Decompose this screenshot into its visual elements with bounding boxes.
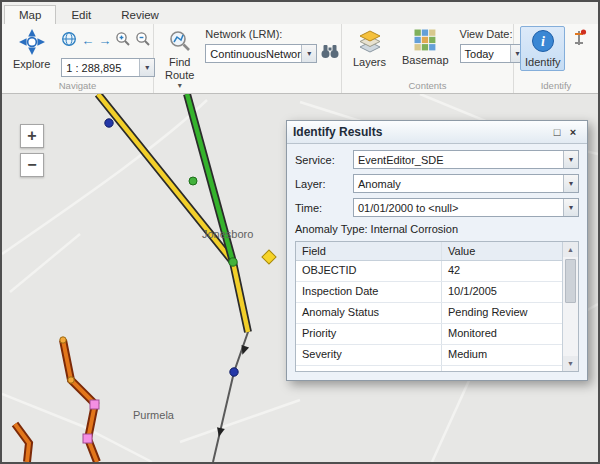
zoom-in-icon[interactable] [115, 31, 131, 51]
network-value: ContinuousNetwork [206, 48, 301, 60]
scale-combobox[interactable]: 1 : 288,895 ▾ [61, 58, 155, 77]
chevron-down-icon[interactable]: ▾ [563, 175, 578, 192]
group-label-contents: Contents [348, 79, 507, 93]
table-header-row: Field Value [296, 242, 562, 261]
service-label: Service: [295, 154, 353, 166]
network-lrm-label: Network (LRM): [205, 28, 339, 40]
table-row[interactable]: Severity Medium [296, 345, 562, 366]
identify-button[interactable]: i Identify [520, 26, 565, 71]
group-label-navigate: Navigate [8, 79, 147, 93]
app-window: Map Edit Review Explor [0, 0, 600, 464]
cell-field: Inspection Date [296, 282, 442, 302]
globe-icon[interactable] [61, 31, 77, 51]
chevron-down-icon[interactable]: ▾ [139, 59, 154, 76]
svg-text:i: i [541, 34, 545, 49]
service-combobox[interactable]: EventEditor_SDE ▾ [353, 150, 579, 169]
tab-review[interactable]: Review [106, 5, 174, 24]
chevron-down-icon[interactable]: ▾ [301, 45, 316, 62]
cell-field: OBJECTID [296, 261, 442, 281]
place-label-purmela: Purmela [133, 409, 174, 421]
find-route-label-line1: Find [169, 56, 190, 68]
blue-point-marker[interactable] [230, 368, 238, 376]
orange-point-marker[interactable] [60, 337, 66, 343]
green-point-marker[interactable] [229, 258, 237, 266]
layer-combobox[interactable]: Anomaly ▾ [353, 174, 579, 193]
group-navigate: Explore ← → [2, 24, 154, 93]
find-route-button[interactable]: Find Route ▾ [160, 26, 199, 92]
chevron-down-icon[interactable]: ▾ [563, 199, 578, 216]
cell-value: Monitored [442, 324, 562, 344]
group-identify: i Identify Identify [514, 24, 598, 93]
zoom-out-icon[interactable] [135, 31, 151, 51]
cell-value: <null> [442, 366, 562, 371]
table-header-value: Value [442, 242, 562, 260]
table-row[interactable]: Inspection Date 10/1/2005 [296, 282, 562, 303]
ribbon: Explore ← → [2, 24, 598, 94]
network-combobox[interactable]: ContinuousNetwork ▾ [205, 44, 317, 63]
scroll-down-icon[interactable]: ▼ [563, 356, 578, 371]
table-row[interactable]: Anomaly Status Pending Review [296, 303, 562, 324]
identify-label: Identify [525, 56, 560, 68]
service-value: EventEditor_SDE [354, 154, 563, 166]
identify-route-tool-icon[interactable] [571, 26, 587, 51]
place-label-jonesboro: Jonesboro [202, 228, 253, 240]
anomaly-type-text: Anomaly Type: Internal Corrosion [295, 223, 579, 235]
cell-field: Date Closed [296, 366, 442, 371]
layer-label: Layer: [295, 178, 353, 190]
table-scrollbar[interactable]: ▲ ▼ [562, 242, 578, 371]
pink-square-marker[interactable] [83, 434, 92, 443]
back-arrow-icon[interactable]: ← [81, 34, 94, 48]
scroll-up-icon[interactable]: ▲ [563, 242, 578, 257]
layers-button[interactable]: Layers [348, 26, 391, 71]
group-label-identify: Identify [520, 79, 592, 93]
table-header-field: Field [296, 242, 442, 260]
map-zoom-in-button[interactable]: + [20, 124, 44, 148]
map-zoom-out-button[interactable]: − [20, 153, 44, 177]
blue-point-marker[interactable] [105, 119, 113, 127]
group-find: Find Route ▾ Network (LRM): ContinuousNe… [154, 24, 342, 93]
tab-map[interactable]: Map [4, 5, 56, 24]
layer-row: Layer: Anomaly ▾ [295, 174, 579, 193]
find-route-caret-icon: ▾ [178, 82, 182, 89]
time-row: Time: 01/01/2000 to <null> ▾ [295, 198, 579, 217]
time-value: 01/01/2000 to <null> [354, 202, 563, 214]
cell-field: Priority [296, 324, 442, 344]
pink-square-marker[interactable] [90, 400, 99, 409]
tab-edit[interactable]: Edit [56, 5, 106, 24]
explore-button[interactable]: Explore [8, 26, 55, 73]
cell-value: 10/1/2005 [442, 282, 562, 302]
basemap-grid-icon [414, 29, 436, 53]
explore-compass-icon [19, 29, 45, 57]
binoculars-icon[interactable] [321, 44, 339, 63]
map-zoom-controls: + − [20, 124, 44, 177]
layers-icon [358, 29, 382, 55]
map-canvas[interactable]: + − Jonesboro Purmela Identify Results □… [2, 94, 598, 462]
cell-field: Severity [296, 345, 442, 365]
chevron-down-icon[interactable]: ▾ [563, 151, 578, 168]
orange-point-marker[interactable] [68, 377, 74, 383]
green-point-marker[interactable] [189, 177, 197, 185]
maximize-icon[interactable]: □ [549, 126, 565, 138]
ribbon-tabbar: Map Edit Review [2, 2, 598, 24]
table-row[interactable]: Date Closed <null> [296, 366, 562, 371]
basemap-button[interactable]: Basemap [397, 26, 453, 69]
identify-results-title: Identify Results [293, 125, 549, 139]
identify-info-icon: i [531, 29, 555, 55]
forward-arrow-icon[interactable]: → [98, 34, 111, 48]
table-row[interactable]: Priority Monitored [296, 324, 562, 345]
scrollbar-thumb[interactable] [565, 259, 576, 303]
identify-results-panel: Identify Results □ × Service: EventEdito… [286, 120, 588, 381]
close-icon[interactable]: × [565, 126, 581, 138]
identify-results-titlebar[interactable]: Identify Results □ × [287, 121, 587, 144]
layer-value: Anomaly [354, 178, 563, 190]
service-row: Service: EventEditor_SDE ▾ [295, 150, 579, 169]
attributes-table: Field Value OBJECTID 42 Inspection Date … [295, 241, 579, 372]
find-route-magnifier-icon [168, 29, 192, 55]
basemap-label: Basemap [402, 54, 448, 66]
scale-value: 1 : 288,895 [62, 62, 139, 74]
identify-results-body: Service: EventEditor_SDE ▾ Layer: Anomal… [287, 144, 587, 380]
table-row[interactable]: OBJECTID 42 [296, 261, 562, 282]
time-combobox[interactable]: 01/01/2000 to <null> ▾ [353, 198, 579, 217]
find-route-label-line2: Route [165, 69, 194, 81]
cell-value: Medium [442, 345, 562, 365]
